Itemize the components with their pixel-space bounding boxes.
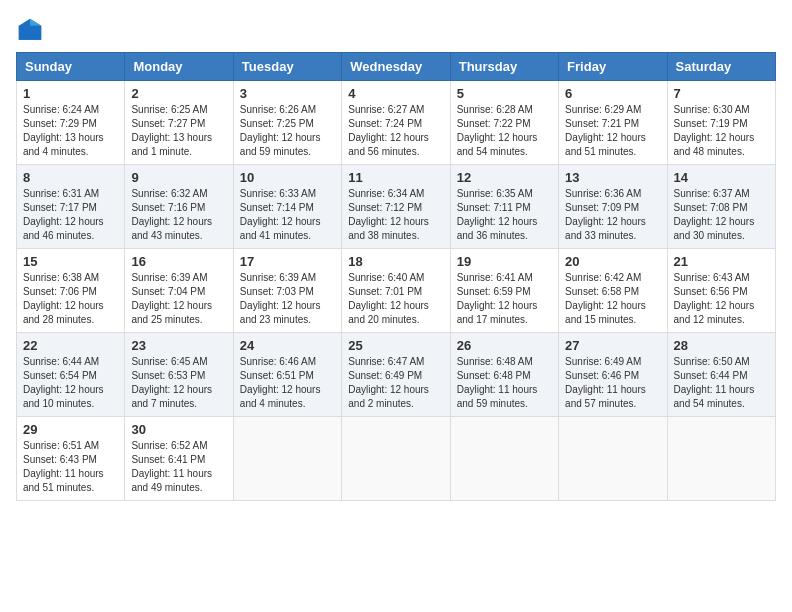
calendar-cell: 18Sunrise: 6:40 AM Sunset: 7:01 PM Dayli… [342, 249, 450, 333]
day-info: Sunrise: 6:29 AM Sunset: 7:21 PM Dayligh… [565, 103, 660, 159]
calendar-week-row: 1Sunrise: 6:24 AM Sunset: 7:29 PM Daylig… [17, 81, 776, 165]
day-info: Sunrise: 6:47 AM Sunset: 6:49 PM Dayligh… [348, 355, 443, 411]
day-number: 17 [240, 254, 335, 269]
day-number: 5 [457, 86, 552, 101]
day-number: 24 [240, 338, 335, 353]
day-info: Sunrise: 6:33 AM Sunset: 7:14 PM Dayligh… [240, 187, 335, 243]
day-info: Sunrise: 6:40 AM Sunset: 7:01 PM Dayligh… [348, 271, 443, 327]
calendar-cell: 15Sunrise: 6:38 AM Sunset: 7:06 PM Dayli… [17, 249, 125, 333]
day-number: 9 [131, 170, 226, 185]
calendar-cell: 2Sunrise: 6:25 AM Sunset: 7:27 PM Daylig… [125, 81, 233, 165]
day-info: Sunrise: 6:49 AM Sunset: 6:46 PM Dayligh… [565, 355, 660, 411]
calendar-cell: 1Sunrise: 6:24 AM Sunset: 7:29 PM Daylig… [17, 81, 125, 165]
day-info: Sunrise: 6:30 AM Sunset: 7:19 PM Dayligh… [674, 103, 769, 159]
day-number: 15 [23, 254, 118, 269]
day-info: Sunrise: 6:48 AM Sunset: 6:48 PM Dayligh… [457, 355, 552, 411]
calendar-cell: 5Sunrise: 6:28 AM Sunset: 7:22 PM Daylig… [450, 81, 558, 165]
day-info: Sunrise: 6:42 AM Sunset: 6:58 PM Dayligh… [565, 271, 660, 327]
calendar-cell: 30Sunrise: 6:52 AM Sunset: 6:41 PM Dayli… [125, 417, 233, 501]
calendar-cell: 10Sunrise: 6:33 AM Sunset: 7:14 PM Dayli… [233, 165, 341, 249]
weekday-header: Saturday [667, 53, 775, 81]
day-number: 13 [565, 170, 660, 185]
day-number: 27 [565, 338, 660, 353]
day-info: Sunrise: 6:39 AM Sunset: 7:03 PM Dayligh… [240, 271, 335, 327]
day-info: Sunrise: 6:46 AM Sunset: 6:51 PM Dayligh… [240, 355, 335, 411]
day-info: Sunrise: 6:50 AM Sunset: 6:44 PM Dayligh… [674, 355, 769, 411]
day-number: 30 [131, 422, 226, 437]
calendar-week-row: 29Sunrise: 6:51 AM Sunset: 6:43 PM Dayli… [17, 417, 776, 501]
day-info: Sunrise: 6:24 AM Sunset: 7:29 PM Dayligh… [23, 103, 118, 159]
day-number: 26 [457, 338, 552, 353]
calendar-cell [667, 417, 775, 501]
calendar-cell: 27Sunrise: 6:49 AM Sunset: 6:46 PM Dayli… [559, 333, 667, 417]
calendar-cell: 19Sunrise: 6:41 AM Sunset: 6:59 PM Dayli… [450, 249, 558, 333]
day-info: Sunrise: 6:45 AM Sunset: 6:53 PM Dayligh… [131, 355, 226, 411]
logo [16, 16, 48, 44]
day-number: 6 [565, 86, 660, 101]
calendar-cell: 20Sunrise: 6:42 AM Sunset: 6:58 PM Dayli… [559, 249, 667, 333]
calendar-cell: 7Sunrise: 6:30 AM Sunset: 7:19 PM Daylig… [667, 81, 775, 165]
calendar-cell: 21Sunrise: 6:43 AM Sunset: 6:56 PM Dayli… [667, 249, 775, 333]
day-number: 2 [131, 86, 226, 101]
weekday-header: Sunday [17, 53, 125, 81]
calendar-cell: 29Sunrise: 6:51 AM Sunset: 6:43 PM Dayli… [17, 417, 125, 501]
weekday-header: Friday [559, 53, 667, 81]
day-number: 3 [240, 86, 335, 101]
day-number: 28 [674, 338, 769, 353]
calendar-cell: 22Sunrise: 6:44 AM Sunset: 6:54 PM Dayli… [17, 333, 125, 417]
calendar-cell: 8Sunrise: 6:31 AM Sunset: 7:17 PM Daylig… [17, 165, 125, 249]
weekday-header: Monday [125, 53, 233, 81]
calendar-cell [559, 417, 667, 501]
day-number: 12 [457, 170, 552, 185]
calendar-cell: 26Sunrise: 6:48 AM Sunset: 6:48 PM Dayli… [450, 333, 558, 417]
calendar-cell: 3Sunrise: 6:26 AM Sunset: 7:25 PM Daylig… [233, 81, 341, 165]
day-number: 22 [23, 338, 118, 353]
calendar-cell [233, 417, 341, 501]
calendar-cell: 6Sunrise: 6:29 AM Sunset: 7:21 PM Daylig… [559, 81, 667, 165]
day-info: Sunrise: 6:34 AM Sunset: 7:12 PM Dayligh… [348, 187, 443, 243]
day-info: Sunrise: 6:32 AM Sunset: 7:16 PM Dayligh… [131, 187, 226, 243]
weekday-header: Wednesday [342, 53, 450, 81]
day-number: 14 [674, 170, 769, 185]
page-header [16, 16, 776, 44]
weekday-header: Tuesday [233, 53, 341, 81]
day-info: Sunrise: 6:38 AM Sunset: 7:06 PM Dayligh… [23, 271, 118, 327]
calendar-cell: 14Sunrise: 6:37 AM Sunset: 7:08 PM Dayli… [667, 165, 775, 249]
svg-marker-1 [30, 19, 41, 26]
day-info: Sunrise: 6:31 AM Sunset: 7:17 PM Dayligh… [23, 187, 118, 243]
day-number: 18 [348, 254, 443, 269]
day-info: Sunrise: 6:51 AM Sunset: 6:43 PM Dayligh… [23, 439, 118, 495]
calendar-week-row: 8Sunrise: 6:31 AM Sunset: 7:17 PM Daylig… [17, 165, 776, 249]
calendar-cell: 13Sunrise: 6:36 AM Sunset: 7:09 PM Dayli… [559, 165, 667, 249]
day-info: Sunrise: 6:35 AM Sunset: 7:11 PM Dayligh… [457, 187, 552, 243]
calendar-cell [450, 417, 558, 501]
day-number: 11 [348, 170, 443, 185]
day-number: 8 [23, 170, 118, 185]
calendar-header-row: SundayMondayTuesdayWednesdayThursdayFrid… [17, 53, 776, 81]
day-number: 4 [348, 86, 443, 101]
day-number: 19 [457, 254, 552, 269]
calendar-cell: 23Sunrise: 6:45 AM Sunset: 6:53 PM Dayli… [125, 333, 233, 417]
day-info: Sunrise: 6:44 AM Sunset: 6:54 PM Dayligh… [23, 355, 118, 411]
calendar-cell: 17Sunrise: 6:39 AM Sunset: 7:03 PM Dayli… [233, 249, 341, 333]
calendar-cell: 9Sunrise: 6:32 AM Sunset: 7:16 PM Daylig… [125, 165, 233, 249]
calendar-week-row: 22Sunrise: 6:44 AM Sunset: 6:54 PM Dayli… [17, 333, 776, 417]
day-number: 10 [240, 170, 335, 185]
day-number: 1 [23, 86, 118, 101]
calendar-table: SundayMondayTuesdayWednesdayThursdayFrid… [16, 52, 776, 501]
calendar-week-row: 15Sunrise: 6:38 AM Sunset: 7:06 PM Dayli… [17, 249, 776, 333]
calendar-cell: 16Sunrise: 6:39 AM Sunset: 7:04 PM Dayli… [125, 249, 233, 333]
calendar-cell: 4Sunrise: 6:27 AM Sunset: 7:24 PM Daylig… [342, 81, 450, 165]
day-info: Sunrise: 6:39 AM Sunset: 7:04 PM Dayligh… [131, 271, 226, 327]
day-info: Sunrise: 6:36 AM Sunset: 7:09 PM Dayligh… [565, 187, 660, 243]
day-info: Sunrise: 6:28 AM Sunset: 7:22 PM Dayligh… [457, 103, 552, 159]
calendar-cell: 28Sunrise: 6:50 AM Sunset: 6:44 PM Dayli… [667, 333, 775, 417]
day-number: 29 [23, 422, 118, 437]
calendar-cell: 11Sunrise: 6:34 AM Sunset: 7:12 PM Dayli… [342, 165, 450, 249]
calendar-cell [342, 417, 450, 501]
day-number: 21 [674, 254, 769, 269]
day-info: Sunrise: 6:52 AM Sunset: 6:41 PM Dayligh… [131, 439, 226, 495]
calendar-cell: 12Sunrise: 6:35 AM Sunset: 7:11 PM Dayli… [450, 165, 558, 249]
day-number: 23 [131, 338, 226, 353]
logo-icon [16, 16, 44, 44]
